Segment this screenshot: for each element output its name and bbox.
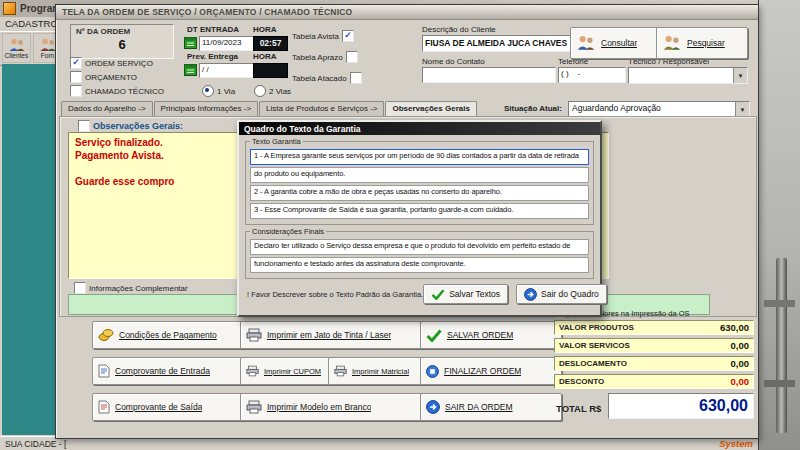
- service-order-titlebar[interactable]: TELA DA ORDEM DE SERVIÇO / ORÇAMENTO / C…: [56, 5, 758, 20]
- total-value: 630,00: [608, 393, 754, 419]
- valor-servicos-value: 0,00: [731, 340, 750, 351]
- telefone-field[interactable]: ( ) -: [558, 67, 626, 83]
- radio-button[interactable]: [254, 85, 266, 97]
- garantia-modal-titlebar[interactable]: Quadro do Texto da Garantia: [239, 122, 600, 135]
- dt-entrada-field[interactable]: 11/09/2023: [199, 36, 257, 51]
- imprimir-modelo-branco-button[interactable]: Imprimir Modelo em Branco: [240, 393, 424, 421]
- checkbox-chamado-tecnico[interactable]: CHAMADO TÉCNICO: [70, 85, 164, 97]
- garantia-modal-footer: ! Favor Descrever sobre o Texto Padrão d…: [239, 279, 600, 304]
- garantia-modal-title: Quadro do Texto da Garantia: [244, 124, 361, 134]
- nome-contato-label: Nome do Contato: [422, 57, 485, 66]
- radio-button[interactable]: [202, 85, 214, 97]
- imprimir-cupom-button[interactable]: Imprimir CUPOM: [240, 357, 336, 385]
- checkbox-box[interactable]: [346, 51, 358, 63]
- consultar-button[interactable]: Consultar: [570, 27, 662, 59]
- total-row-deslocamento: DESLOCAMENTO 0,00: [554, 356, 754, 371]
- comprovante-entrada-label: Comprovante de Entrada: [115, 366, 210, 376]
- checkbox-ordem-servico[interactable]: ✓ ORDEM SERVIÇO: [70, 57, 153, 69]
- checkbox-observacoes-gerais[interactable]: Observações Gerais:: [78, 120, 183, 132]
- people-icon: [39, 38, 57, 52]
- condicoes-pagamento-button[interactable]: Condições de Pagamento: [92, 321, 246, 349]
- service-order-title: TELA DA ORDEM DE SERVIÇO / ORÇAMENTO / C…: [62, 7, 352, 17]
- toolbar-clientes-label: Clientes: [5, 52, 28, 59]
- checkbox-label: Tabela Atacado: [292, 74, 347, 83]
- comprovante-saida-button[interactable]: Comprovante de Saída: [92, 393, 246, 421]
- checkbox-label: ORÇAMENTO: [85, 73, 137, 82]
- garantia-line-input[interactable]: do produto ou equipamento.: [250, 167, 589, 183]
- app-icon: [3, 2, 16, 15]
- consideracoes-line-input[interactable]: funcionamento e testado antes da assinat…: [250, 257, 589, 273]
- checkbox-label: CHAMADO TÉCNICO: [85, 87, 164, 96]
- radio-1-via[interactable]: 1 Via: [202, 85, 235, 97]
- descricao-cliente-label: Descrição do Cliente: [422, 25, 496, 34]
- finalizar-ordem-button[interactable]: FINALIZAR ORDEM: [420, 357, 562, 385]
- tab-dados-aparelho[interactable]: Dados do Aparelho ->: [61, 101, 153, 116]
- salvar-ordem-button[interactable]: SALVAR ORDEM: [420, 321, 562, 349]
- salvar-textos-button[interactable]: Salvar Textos: [423, 284, 508, 304]
- checkbox-tabela-avista[interactable]: Tabela Avista ✓: [292, 30, 354, 42]
- garantia-line-input[interactable]: 3 - Esse Comprovante de Saída é sua gara…: [250, 203, 589, 219]
- consideracoes-line-input[interactable]: Declaro ter utilizado o Serviço dessa em…: [250, 239, 589, 255]
- toolbar-clientes-button[interactable]: Clientes: [2, 33, 31, 63]
- radio-label: 2 Vias: [269, 87, 291, 96]
- desktop-wallpaper: [757, 0, 800, 450]
- sair-quadro-button[interactable]: Sair do Quadro: [516, 284, 607, 304]
- brand-logo: System: [719, 438, 753, 449]
- checkbox-box[interactable]: [78, 120, 90, 132]
- dt-entrada-label: DT ENTRADA: [187, 25, 239, 34]
- sair-ordem-label: SAIR DA ORDEM: [445, 402, 513, 412]
- coins-icon: [98, 328, 114, 342]
- imprimir-matricial-button[interactable]: Imprimir Matricial: [328, 357, 424, 385]
- calendar-icon[interactable]: [184, 36, 197, 49]
- tab-observacoes-gerais[interactable]: Observações Gerais: [385, 101, 476, 116]
- imprimir-matricial-label: Imprimir Matricial: [352, 367, 409, 376]
- sair-ordem-button[interactable]: SAIR DA ORDEM: [420, 393, 562, 421]
- order-number-box: Nº DA ORDEM 6: [70, 24, 174, 59]
- informacoes-complementar-label: Informações Complementar: [89, 284, 188, 293]
- radio-2-vias[interactable]: 2 Vias: [254, 85, 291, 97]
- consideracoes-finais-legend: Considerações Finais: [250, 227, 326, 236]
- comprovante-saida-label: Comprovante de Saída: [115, 402, 202, 412]
- status-text: SUA CIDADE - [: [5, 439, 66, 449]
- hora-entrada-display: 02:57: [253, 36, 288, 51]
- garantia-hint: ! Favor Descrever sobre o Texto Padrão d…: [247, 290, 423, 299]
- checkbox-box[interactable]: ✓: [342, 30, 354, 42]
- consultar-label: Consultar: [601, 38, 637, 48]
- checkbox-box[interactable]: [74, 282, 86, 294]
- chevron-down-icon[interactable]: ▼: [733, 68, 747, 83]
- desconto-label: DESCONTO: [559, 377, 604, 386]
- people-icon: [576, 35, 596, 51]
- checkbox-box[interactable]: [70, 71, 82, 83]
- imprimir-jato-button[interactable]: Imprimir em Jato de Tinta / Laser: [240, 321, 424, 349]
- garantia-line-input[interactable]: 1 - A Empresa garante seus serviços por …: [250, 149, 589, 165]
- checkbox-informacoes-complementar[interactable]: Informações Complementar: [74, 282, 188, 294]
- tab-lista-produtos-servicos[interactable]: Lista de Produtos e Serviços ->: [259, 101, 384, 116]
- sair-quadro-label: Sair do Quadro: [541, 289, 599, 299]
- prev-entrega-field[interactable]: / /: [199, 63, 257, 78]
- valor-servicos-label: VALOR SERVICOS: [559, 341, 630, 350]
- tab-principais-informacoes[interactable]: Principais Informações ->: [154, 101, 258, 116]
- checkbox-box[interactable]: ✓: [70, 57, 82, 69]
- order-number-label: Nº DA ORDEM: [76, 27, 173, 36]
- check-icon: [431, 289, 445, 300]
- prev-entrega-label: Prev. Entrega: [187, 52, 238, 61]
- descricao-cliente-field[interactable]: FIUSA DE ALMEIDA JUCA CHAVES: [422, 35, 572, 52]
- garantia-line-input[interactable]: 2 - A garantia cobre a mão de obra e peç…: [250, 185, 589, 201]
- salvar-ordem-label: SALVAR ORDEM: [447, 330, 513, 340]
- texto-garantia-group: Texto Garantia 1 - A Empresa garante seu…: [245, 137, 594, 225]
- calendar-icon[interactable]: [184, 63, 197, 76]
- consideracoes-finais-group: Considerações Finais Declaro ter utiliza…: [245, 227, 594, 279]
- chevron-down-icon[interactable]: ▼: [735, 102, 749, 117]
- imprimir-modelo-branco-label: Imprimir Modelo em Branco: [267, 402, 371, 412]
- tecnico-combobox[interactable]: ▼: [628, 67, 748, 84]
- checkbox-orcamento[interactable]: ORÇAMENTO: [70, 71, 137, 83]
- checkbox-box[interactable]: [70, 85, 82, 97]
- document-icon: [98, 400, 110, 414]
- checkbox-tabela-aprazo[interactable]: Tabela Aprazo: [292, 51, 358, 63]
- pesquisar-button[interactable]: Pesquisar: [656, 27, 748, 59]
- nome-contato-field[interactable]: [422, 67, 556, 83]
- checkbox-tabela-atacado[interactable]: Tabela Atacado: [292, 72, 362, 84]
- comprovante-entrada-button[interactable]: Comprovante de Entrada: [92, 357, 246, 385]
- deslocamento-label: DESLOCAMENTO: [559, 359, 627, 368]
- checkbox-box[interactable]: [350, 72, 362, 84]
